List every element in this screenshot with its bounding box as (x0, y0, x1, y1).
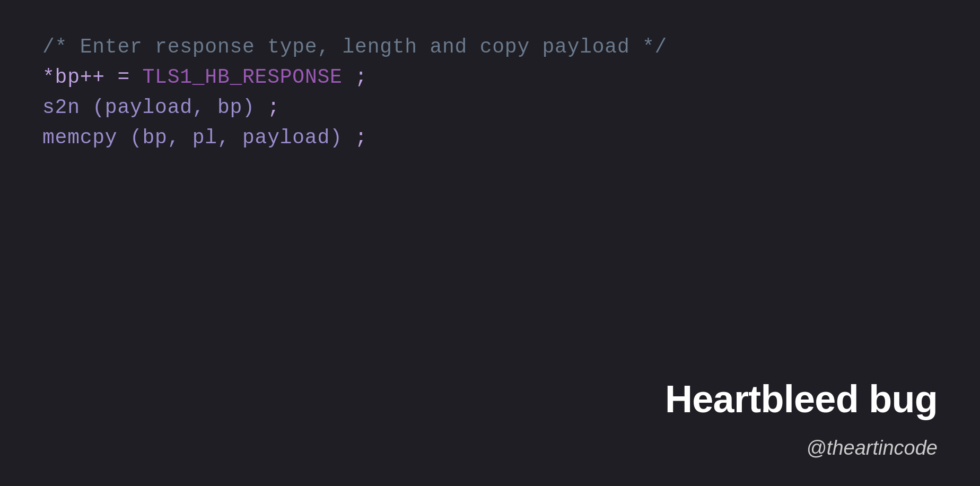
page-title: Heartbleed bug (665, 377, 938, 421)
semicolon-2: ; (267, 96, 280, 119)
semicolon-3: ; (355, 126, 368, 149)
main-container: /* Enter response type, length and copy … (0, 0, 980, 486)
semicolon-1: ; (355, 66, 368, 89)
attribution-text: @theartincode (806, 437, 938, 459)
equals-operator: = (117, 66, 142, 89)
code-line-3: memcpy (bp, pl, payload) ; (42, 123, 938, 153)
constant-value: TLS1_HB_RESPONSE (143, 66, 343, 89)
bottom-section: Heartbleed bug @theartincode (42, 377, 938, 459)
function-memcpy: memcpy (42, 126, 117, 149)
function-s2n: s2n (42, 96, 80, 119)
code-block: /* Enter response type, length and copy … (42, 32, 938, 153)
code-line-2: s2n (payload, bp) ; (42, 92, 938, 123)
pointer-operator: *bp++ (42, 66, 105, 89)
memcpy-args: (bp, pl, payload) (130, 126, 343, 149)
comment-line: /* Enter response type, length and copy … (42, 32, 938, 62)
s2n-args: (payload, bp) (92, 96, 255, 119)
code-line-1: *bp++ = TLS1_HB_RESPONSE ; (42, 62, 938, 92)
